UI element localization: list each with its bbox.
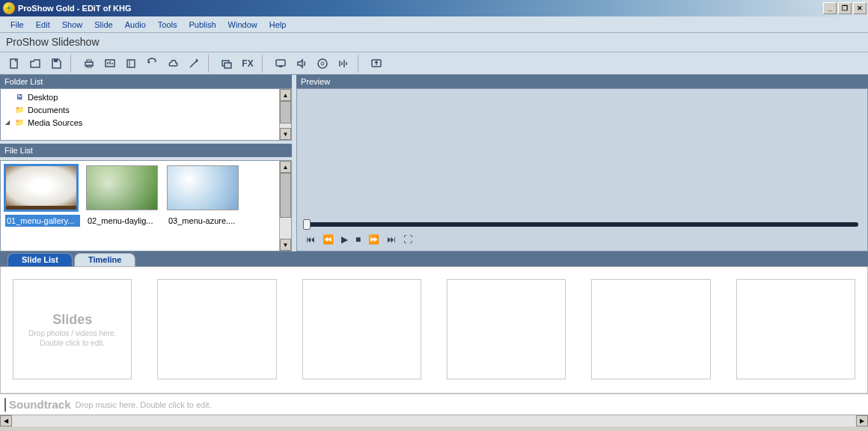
file-label: 02_menu-daylig...: [86, 215, 161, 227]
stop-icon[interactable]: ■: [355, 234, 361, 245]
thumbnail-image: [167, 165, 239, 210]
file-scrollbar[interactable]: ▲ ▼: [279, 161, 291, 251]
file-thumb[interactable]: 03_menu-azure....: [167, 165, 242, 227]
menu-tools[interactable]: Tools: [153, 18, 182, 31]
fullscreen-icon[interactable]: ⛶: [403, 234, 412, 245]
soundtrack-area[interactable]: Soundtrack Drop music here. Double click…: [0, 394, 868, 415]
print-icon[interactable]: [79, 55, 99, 73]
file-thumb[interactable]: 02_menu-daylig...: [86, 165, 161, 227]
stream-icon[interactable]: [334, 55, 353, 73]
menu-audio[interactable]: Audio: [120, 18, 150, 31]
tab-slide-list[interactable]: Slide List: [7, 253, 73, 266]
menu-edit[interactable]: Edit: [31, 18, 55, 31]
scroll-thumb[interactable]: [280, 101, 291, 123]
folder-item-media-sources[interactable]: ◢ 📁 Media Sources: [2, 116, 290, 129]
sparkle-icon[interactable]: [184, 55, 204, 73]
restore-button[interactable]: ❐: [838, 2, 852, 14]
menu-file[interactable]: File: [6, 18, 28, 31]
tab-timeline[interactable]: Timeline: [74, 253, 135, 266]
close-button[interactable]: ✕: [853, 2, 867, 14]
folder-list: 🖥 Desktop 📁 Documents ◢ 📁 Media Sources …: [0, 88, 292, 141]
folder-item-desktop[interactable]: 🖥 Desktop: [2, 91, 290, 103]
slide-options-icon[interactable]: [217, 55, 236, 73]
main-area: Folder List 🖥 Desktop 📁 Documents ◢ 📁 Me…: [0, 75, 868, 251]
skip-end-icon[interactable]: ⏭: [387, 234, 396, 245]
soundtrack-hint: Drop music here. Double click to edit.: [76, 400, 212, 409]
slides-placeholder-title: Slides: [52, 312, 92, 328]
fast-forward-icon[interactable]: ⏩: [368, 234, 379, 245]
scroll-track[interactable]: [12, 415, 856, 427]
slide-slot[interactable]: [447, 279, 566, 379]
scroll-left-icon[interactable]: ◀: [0, 415, 12, 427]
window-buttons: _ ❐ ✕: [823, 2, 868, 14]
wizard2-icon[interactable]: [121, 55, 141, 73]
right-column: Preview ⏮ ⏪ ▶ ■ ⏩ ⏭ ⛶: [296, 75, 868, 251]
file-list: 01_menu-gallery... 02_menu-daylig... 03_…: [0, 160, 292, 251]
preview-header: Preview: [296, 75, 868, 88]
slide-slot[interactable]: [302, 279, 421, 379]
folder-item-documents[interactable]: 📁 Documents: [2, 103, 290, 116]
menu-window[interactable]: Window: [224, 18, 262, 31]
scroll-thumb[interactable]: [280, 173, 291, 218]
disc-icon[interactable]: [313, 55, 332, 73]
soundtrack-title: Soundtrack: [9, 398, 71, 411]
slide-slot[interactable]: [591, 279, 710, 379]
new-icon[interactable]: [4, 55, 24, 73]
desktop-icon: 🖥: [14, 93, 25, 102]
svg-point-14: [321, 62, 324, 65]
menubar: File Edit Show Slide Audio Tools Publish…: [0, 16, 868, 33]
window-title: ProShow Gold - EDiT of KHG: [18, 4, 132, 13]
slide-slot[interactable]: [157, 279, 276, 379]
folder-label: Media Sources: [28, 118, 82, 127]
scroll-right-icon[interactable]: ▶: [856, 415, 868, 427]
scroll-down-icon[interactable]: ▼: [280, 239, 291, 251]
folder-scrollbar[interactable]: ▲ ▼: [279, 89, 291, 140]
slideshow-title: ProShow Slideshow: [0, 33, 868, 52]
menu-show[interactable]: Show: [58, 18, 88, 31]
wizard-icon[interactable]: [100, 55, 120, 73]
save-icon[interactable]: [46, 55, 66, 73]
cloud-icon[interactable]: [163, 55, 183, 73]
menu-publish[interactable]: Publish: [185, 18, 221, 31]
toolbar: FX: [0, 52, 868, 75]
svg-rect-3: [87, 60, 91, 62]
open-icon[interactable]: [25, 55, 45, 73]
progress-thumb[interactable]: [303, 219, 311, 230]
folder-icon: 📁: [14, 106, 25, 114]
play-icon[interactable]: ▶: [341, 234, 348, 245]
tab-bar: Slide List Timeline: [0, 251, 868, 266]
slides-placeholder-hint2: Double click to edit.: [40, 339, 105, 347]
slide-slot[interactable]: [736, 279, 855, 379]
svg-point-8: [148, 61, 150, 63]
app-icon: ✦: [3, 2, 15, 14]
sound-icon[interactable]: [292, 55, 311, 73]
scroll-down-icon[interactable]: ▼: [280, 128, 291, 140]
left-column: Folder List 🖥 Desktop 📁 Documents ◢ 📁 Me…: [0, 75, 292, 251]
file-thumb[interactable]: 01_menu-gallery...: [5, 165, 80, 227]
folder-icon: 📁: [14, 118, 25, 127]
slide-slot[interactable]: Slides Drop photos / videos here. Double…: [13, 279, 132, 379]
fx-button[interactable]: FX: [238, 55, 257, 73]
timeline-scrollbar[interactable]: ◀ ▶: [0, 415, 868, 427]
thumbnail-image: [86, 165, 158, 210]
expand-icon[interactable]: ◢: [4, 119, 11, 126]
minimize-button[interactable]: _: [823, 2, 837, 14]
soundtrack-cursor: [4, 398, 6, 412]
output-icon[interactable]: [271, 55, 290, 73]
loop-icon[interactable]: [142, 55, 162, 73]
playback-controls: ⏮ ⏪ ▶ ■ ⏩ ⏭ ⛶: [297, 234, 867, 245]
skip-start-icon[interactable]: ⏮: [306, 234, 315, 245]
svg-rect-1: [54, 59, 58, 62]
slides-area[interactable]: Slides Drop photos / videos here. Double…: [0, 266, 868, 394]
titlebar: ✦ ProShow Gold - EDiT of KHG _ ❐ ✕: [0, 0, 868, 16]
svg-point-13: [318, 59, 327, 68]
scroll-up-icon[interactable]: ▲: [280, 161, 291, 173]
file-list-header: File List: [0, 144, 292, 157]
menu-help[interactable]: Help: [265, 18, 291, 31]
upload-icon[interactable]: [367, 55, 386, 73]
svg-rect-11: [276, 60, 285, 66]
scroll-up-icon[interactable]: ▲: [280, 89, 291, 101]
menu-slide[interactable]: Slide: [90, 18, 117, 31]
rewind-icon[interactable]: ⏪: [323, 234, 334, 245]
progress-bar[interactable]: [306, 222, 858, 227]
